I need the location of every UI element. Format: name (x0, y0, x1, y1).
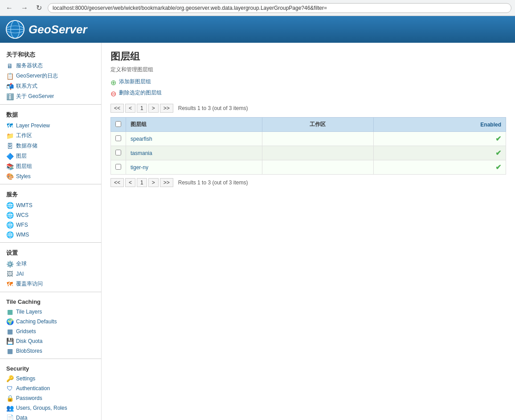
sidebar-item-users-groups[interactable]: 👥 Users, Groups, Roles (0, 403, 101, 413)
divider-1 (0, 104, 101, 105)
section-tile-caching: Tile Caching (0, 295, 101, 307)
refresh-button[interactable]: ↻ (34, 3, 44, 13)
sidebar-item-wcs[interactable]: 🌐 WCS (0, 210, 101, 220)
page-info-top: Results 1 to 3 (out of 3 items) (178, 105, 248, 111)
enabled-checkmark: ✔ (495, 149, 501, 157)
current-page-btn-top[interactable]: 1 (137, 104, 147, 113)
sidebar-item-styles[interactable]: 🎨 Styles (0, 171, 101, 181)
sidebar-item-passwords[interactable]: 🔒 Passwords (0, 393, 101, 403)
first-page-btn-top[interactable]: << (110, 104, 124, 113)
remove-link[interactable]: 删除选定的图层组 (119, 89, 162, 97)
wmts-icon: 🌐 (6, 202, 13, 209)
table-row: tasmania ✔ (111, 146, 506, 160)
sidebar-item-authentication[interactable]: 🛡 Authentication (0, 383, 101, 393)
preview-icon: 🗺 (6, 122, 13, 129)
back-button[interactable]: ← (4, 3, 15, 13)
divider-5 (0, 359, 101, 359)
col-enabled-header[interactable]: Enabled (373, 118, 506, 132)
logo-text: GeoServer (29, 23, 87, 37)
next-page-btn-bottom[interactable]: > (148, 178, 159, 187)
first-page-btn-bottom[interactable]: << (110, 178, 124, 187)
sidebar-item-layergroups[interactable]: 📚 图层组 (0, 161, 101, 171)
section-settings: 设置 (0, 245, 101, 259)
action-add[interactable]: ⊕ 添加新图层组 (110, 78, 506, 87)
sidebar-item-tile-layers[interactable]: ▦ Tile Layers (0, 307, 101, 317)
info-icon: ℹ️ (6, 93, 13, 100)
row-layergroup-name[interactable]: tiger-ny (126, 160, 262, 175)
section-about: 关于和状态 (0, 47, 101, 61)
forward-button[interactable]: → (19, 3, 30, 13)
row-workspace (262, 160, 373, 175)
table-row: tiger-ny ✔ (111, 160, 506, 175)
add-link[interactable]: 添加新图层组 (119, 78, 151, 86)
shield-icon: 🛡 (6, 385, 13, 392)
row-enabled: ✔ (373, 160, 506, 175)
col-workspace-header[interactable]: 工作区 (262, 118, 373, 132)
sidebar-item-gridsets[interactable]: ▦ Gridsets (0, 326, 101, 336)
sidebar-item-layers[interactable]: 🔷 图层 (0, 151, 101, 161)
wcs-icon: 🌐 (6, 212, 13, 219)
divider-3 (0, 242, 101, 243)
sidebar-item-wfs[interactable]: 🌐 WFS (0, 220, 101, 230)
row-checkbox[interactable] (115, 164, 121, 170)
logo-icon (5, 20, 25, 39)
sidebar-item-disk-quota[interactable]: 💾 Disk Quota (0, 336, 101, 346)
key-icon: 🔑 (6, 375, 13, 382)
sidebar-item-datastores[interactable]: 🗄 数据存储 (0, 141, 101, 151)
sidebar-item-about[interactable]: ℹ️ 关于 GeoServer (0, 91, 101, 102)
contact-icon: 📬 (6, 83, 13, 90)
table-header-row: 图层组 工作区 Enabled (111, 118, 506, 132)
style-icon: 🎨 (6, 173, 13, 180)
divider-2 (0, 184, 101, 184)
row-checkbox-cell[interactable] (111, 146, 126, 160)
coverage-icon: 🗺 (6, 281, 13, 288)
sidebar-item-blobstores[interactable]: ▦ BlobStores (0, 346, 101, 356)
sidebar-item-sec-settings[interactable]: 🔑 Settings (0, 374, 101, 383)
last-page-btn-top[interactable]: >> (160, 104, 173, 113)
sidebar-item-coverage-access[interactable]: 🗺 覆盖率访问 (0, 279, 101, 289)
row-enabled: ✔ (373, 146, 506, 160)
row-layergroup-name[interactable]: spearfish (126, 132, 262, 146)
datastore-icon: 🗄 (6, 143, 13, 150)
layergroup-table: 图层组 工作区 Enabled spearfish ✔ tasmania (110, 117, 506, 175)
sidebar-item-global[interactable]: ⚙️ 全球 (0, 259, 101, 269)
enabled-checkmark: ✔ (495, 135, 501, 143)
prev-page-btn-bottom[interactable]: < (125, 178, 135, 187)
sidebar-item-layer-preview[interactable]: 🗺 Layer Preview (0, 121, 101, 130)
sidebar-item-wms[interactable]: 🌐 WMS (0, 230, 101, 240)
row-workspace (262, 132, 373, 146)
page-subtitle: 定义和管理图层组 (110, 66, 506, 73)
current-page-btn-bottom[interactable]: 1 (137, 178, 147, 187)
sidebar-item-sec-data[interactable]: 📄 Data (0, 413, 101, 420)
prev-page-btn-top[interactable]: < (125, 104, 135, 113)
jai-icon: 🖼 (6, 270, 13, 277)
wfs-icon: 🌐 (6, 221, 13, 228)
col-check-header (111, 118, 126, 132)
sidebar-item-contact[interactable]: 📬 联系方式 (0, 81, 101, 91)
row-checkbox-cell[interactable] (111, 132, 126, 146)
action-remove[interactable]: ⊖ 删除选定的图层组 (110, 89, 506, 98)
sidebar-item-wmts[interactable]: 🌐 WMTS (0, 200, 101, 210)
table-row: spearfish ✔ (111, 132, 506, 146)
sidebar-item-jai[interactable]: 🖼 JAI (0, 269, 101, 279)
page-info-bottom: Results 1 to 3 (out of 3 items) (178, 179, 248, 186)
select-all-checkbox[interactable] (115, 121, 121, 127)
next-page-btn-top[interactable]: > (148, 104, 159, 113)
sidebar-item-server-status[interactable]: 🖥 服务器状态 (0, 61, 101, 71)
layer-icon: 🔷 (6, 153, 13, 160)
workspace-icon: 📁 (6, 132, 13, 139)
row-checkbox[interactable] (115, 150, 121, 155)
row-checkbox-cell[interactable] (111, 160, 126, 175)
monitor-icon: 🖥 (6, 62, 13, 69)
last-page-btn-bottom[interactable]: >> (160, 178, 173, 187)
main-content: 图层组 定义和管理图层组 ⊕ 添加新图层组 ⊖ 删除选定的图层组 << < 1 … (102, 43, 515, 420)
address-bar[interactable] (48, 3, 511, 13)
sidebar-item-geoserver-log[interactable]: 📋 GeoServer的日志 (0, 71, 101, 81)
row-checkbox[interactable] (115, 135, 121, 141)
users-icon: 👥 (6, 404, 13, 412)
wms-icon: 🌐 (6, 231, 13, 238)
sidebar-item-caching-defaults[interactable]: 🌍 Caching Defaults (0, 317, 101, 326)
sidebar-item-workspaces[interactable]: 📁 工作区 (0, 130, 101, 141)
col-layergroup-header[interactable]: 图层组 (126, 118, 262, 132)
row-layergroup-name[interactable]: tasmania (126, 146, 262, 160)
